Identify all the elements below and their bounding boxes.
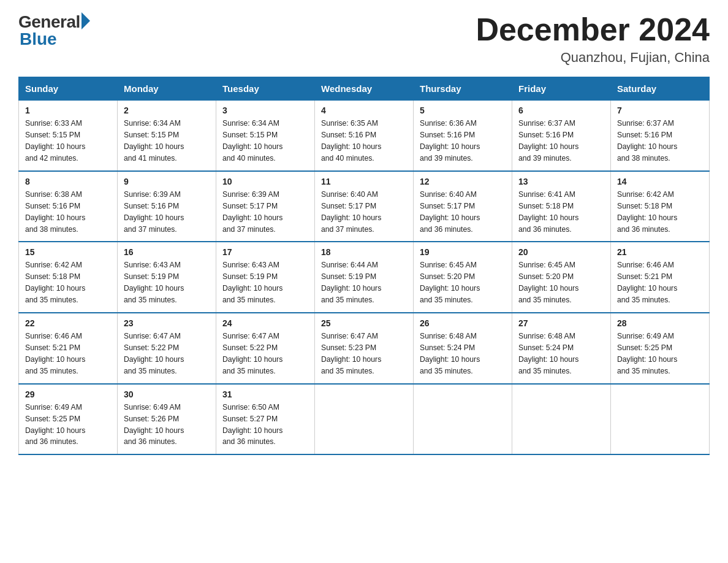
- day-info: Sunrise: 6:40 AMSunset: 5:17 PMDaylight:…: [321, 189, 407, 236]
- table-row: 22 Sunrise: 6:46 AMSunset: 5:21 PMDaylig…: [19, 313, 118, 384]
- day-number: 2: [124, 105, 210, 115]
- month-title: December 2024: [476, 12, 710, 47]
- day-info: Sunrise: 6:45 AMSunset: 5:20 PMDaylight:…: [518, 259, 604, 306]
- day-info: Sunrise: 6:43 AMSunset: 5:19 PMDaylight:…: [124, 259, 210, 306]
- table-row: 24 Sunrise: 6:47 AMSunset: 5:22 PMDaylig…: [216, 313, 315, 384]
- table-row: 6 Sunrise: 6:37 AMSunset: 5:16 PMDayligh…: [512, 101, 611, 171]
- table-row: [611, 384, 710, 455]
- day-number: 8: [25, 177, 111, 186]
- location-subtitle: Quanzhou, Fujian, China: [476, 50, 710, 66]
- table-row: 3 Sunrise: 6:34 AMSunset: 5:15 PMDayligh…: [216, 101, 315, 171]
- day-info: Sunrise: 6:49 AMSunset: 5:25 PMDaylight:…: [25, 402, 111, 448]
- day-info: Sunrise: 6:46 AMSunset: 5:21 PMDaylight:…: [617, 259, 703, 306]
- day-info: Sunrise: 6:44 AMSunset: 5:19 PMDaylight:…: [321, 259, 407, 306]
- day-info: Sunrise: 6:37 AMSunset: 5:16 PMDaylight:…: [518, 118, 604, 164]
- title-section: December 2024 Quanzhou, Fujian, China: [476, 12, 710, 66]
- table-row: 2 Sunrise: 6:34 AMSunset: 5:15 PMDayligh…: [118, 101, 216, 171]
- calendar-week-row: 29 Sunrise: 6:49 AMSunset: 5:25 PMDaylig…: [19, 384, 710, 455]
- day-number: 24: [222, 318, 308, 328]
- day-number: 31: [222, 389, 308, 399]
- day-number: 18: [321, 247, 407, 257]
- table-row: 30 Sunrise: 6:49 AMSunset: 5:26 PMDaylig…: [118, 384, 216, 455]
- table-row: 15 Sunrise: 6:42 AMSunset: 5:18 PMDaylig…: [19, 242, 118, 313]
- day-info: Sunrise: 6:37 AMSunset: 5:16 PMDaylight:…: [617, 118, 703, 164]
- col-thursday: Thursday: [414, 77, 512, 101]
- calendar-table: Sunday Monday Tuesday Wednesday Thursday…: [18, 77, 710, 455]
- calendar-week-row: 22 Sunrise: 6:46 AMSunset: 5:21 PMDaylig…: [19, 313, 710, 384]
- col-saturday: Saturday: [611, 77, 710, 101]
- day-number: 30: [124, 389, 210, 399]
- day-info: Sunrise: 6:34 AMSunset: 5:15 PMDaylight:…: [124, 118, 210, 164]
- col-tuesday: Tuesday: [216, 77, 315, 101]
- day-number: 17: [222, 247, 308, 257]
- table-row: 1 Sunrise: 6:33 AMSunset: 5:15 PMDayligh…: [19, 101, 118, 171]
- table-row: 18 Sunrise: 6:44 AMSunset: 5:19 PMDaylig…: [315, 242, 414, 313]
- table-row: 13 Sunrise: 6:41 AMSunset: 5:18 PMDaylig…: [512, 171, 611, 242]
- day-info: Sunrise: 6:48 AMSunset: 5:24 PMDaylight:…: [518, 331, 604, 377]
- day-info: Sunrise: 6:47 AMSunset: 5:22 PMDaylight:…: [222, 331, 308, 377]
- day-number: 19: [420, 247, 506, 257]
- day-info: Sunrise: 6:43 AMSunset: 5:19 PMDaylight:…: [222, 259, 308, 306]
- day-number: 26: [420, 318, 506, 328]
- day-info: Sunrise: 6:49 AMSunset: 5:25 PMDaylight:…: [617, 331, 703, 377]
- table-row: 10 Sunrise: 6:39 AMSunset: 5:17 PMDaylig…: [216, 171, 315, 242]
- table-row: 29 Sunrise: 6:49 AMSunset: 5:25 PMDaylig…: [19, 384, 118, 455]
- day-number: 21: [617, 247, 703, 257]
- day-info: Sunrise: 6:33 AMSunset: 5:15 PMDaylight:…: [25, 118, 111, 164]
- day-info: Sunrise: 6:47 AMSunset: 5:23 PMDaylight:…: [321, 331, 407, 377]
- page-header: General Blue December 2024 Quanzhou, Fuj…: [18, 12, 710, 66]
- day-info: Sunrise: 6:48 AMSunset: 5:24 PMDaylight:…: [420, 331, 506, 377]
- table-row: 11 Sunrise: 6:40 AMSunset: 5:17 PMDaylig…: [315, 171, 414, 242]
- calendar-week-row: 15 Sunrise: 6:42 AMSunset: 5:18 PMDaylig…: [19, 242, 710, 313]
- calendar-week-row: 1 Sunrise: 6:33 AMSunset: 5:15 PMDayligh…: [19, 101, 710, 171]
- day-number: 22: [25, 318, 111, 328]
- day-info: Sunrise: 6:45 AMSunset: 5:20 PMDaylight:…: [420, 259, 506, 306]
- col-monday: Monday: [118, 77, 216, 101]
- table-row: 23 Sunrise: 6:47 AMSunset: 5:22 PMDaylig…: [118, 313, 216, 384]
- table-row: 8 Sunrise: 6:38 AMSunset: 5:16 PMDayligh…: [19, 171, 118, 242]
- day-number: 6: [518, 105, 604, 115]
- day-number: 29: [25, 389, 111, 399]
- table-row: 26 Sunrise: 6:48 AMSunset: 5:24 PMDaylig…: [414, 313, 512, 384]
- table-row: 28 Sunrise: 6:49 AMSunset: 5:25 PMDaylig…: [611, 313, 710, 384]
- day-number: 7: [617, 105, 703, 115]
- table-row: 20 Sunrise: 6:45 AMSunset: 5:20 PMDaylig…: [512, 242, 611, 313]
- table-row: 17 Sunrise: 6:43 AMSunset: 5:19 PMDaylig…: [216, 242, 315, 313]
- logo: General Blue: [18, 12, 90, 49]
- day-info: Sunrise: 6:50 AMSunset: 5:27 PMDaylight:…: [222, 402, 308, 448]
- table-row: 21 Sunrise: 6:46 AMSunset: 5:21 PMDaylig…: [611, 242, 710, 313]
- day-number: 10: [222, 177, 308, 186]
- day-info: Sunrise: 6:36 AMSunset: 5:16 PMDaylight:…: [420, 118, 506, 164]
- day-number: 20: [518, 247, 604, 257]
- table-row: [414, 384, 512, 455]
- day-number: 23: [124, 318, 210, 328]
- table-row: 25 Sunrise: 6:47 AMSunset: 5:23 PMDaylig…: [315, 313, 414, 384]
- day-number: 3: [222, 105, 308, 115]
- table-row: 14 Sunrise: 6:42 AMSunset: 5:18 PMDaylig…: [611, 171, 710, 242]
- day-info: Sunrise: 6:42 AMSunset: 5:18 PMDaylight:…: [617, 189, 703, 236]
- day-number: 4: [321, 105, 407, 115]
- day-number: 14: [617, 177, 703, 186]
- day-info: Sunrise: 6:47 AMSunset: 5:22 PMDaylight:…: [124, 331, 210, 377]
- col-sunday: Sunday: [19, 77, 118, 101]
- table-row: 7 Sunrise: 6:37 AMSunset: 5:16 PMDayligh…: [611, 101, 710, 171]
- calendar-header-row: Sunday Monday Tuesday Wednesday Thursday…: [19, 77, 710, 101]
- day-info: Sunrise: 6:39 AMSunset: 5:16 PMDaylight:…: [124, 189, 210, 236]
- table-row: 19 Sunrise: 6:45 AMSunset: 5:20 PMDaylig…: [414, 242, 512, 313]
- col-friday: Friday: [512, 77, 611, 101]
- day-info: Sunrise: 6:39 AMSunset: 5:17 PMDaylight:…: [222, 189, 308, 236]
- logo-blue-text: Blue: [20, 29, 57, 49]
- day-number: 15: [25, 247, 111, 257]
- table-row: 4 Sunrise: 6:35 AMSunset: 5:16 PMDayligh…: [315, 101, 414, 171]
- col-wednesday: Wednesday: [315, 77, 414, 101]
- table-row: 31 Sunrise: 6:50 AMSunset: 5:27 PMDaylig…: [216, 384, 315, 455]
- day-number: 27: [518, 318, 604, 328]
- day-number: 13: [518, 177, 604, 186]
- day-info: Sunrise: 6:40 AMSunset: 5:17 PMDaylight:…: [420, 189, 506, 236]
- day-number: 12: [420, 177, 506, 186]
- day-number: 1: [25, 105, 111, 115]
- day-number: 5: [420, 105, 506, 115]
- day-info: Sunrise: 6:49 AMSunset: 5:26 PMDaylight:…: [124, 402, 210, 448]
- day-number: 11: [321, 177, 407, 186]
- day-number: 25: [321, 318, 407, 328]
